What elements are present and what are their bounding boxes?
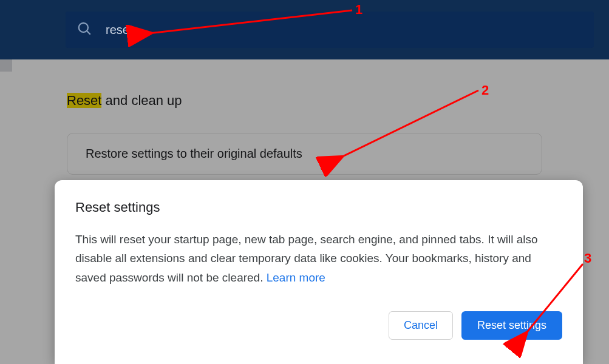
svg-line-1 bbox=[87, 31, 90, 34]
dialog-actions: Cancel Reset settings bbox=[75, 311, 562, 340]
search-icon bbox=[77, 21, 92, 39]
cancel-button[interactable]: Cancel bbox=[389, 311, 453, 340]
learn-more-link[interactable]: Learn more bbox=[267, 271, 325, 284]
dialog-title: Reset settings bbox=[75, 200, 562, 215]
search-input-wrapper[interactable] bbox=[66, 12, 594, 48]
svg-point-0 bbox=[79, 23, 88, 32]
dialog-body: This will reset your startup page, new t… bbox=[75, 230, 562, 287]
reset-settings-dialog: Reset settings This will reset your star… bbox=[55, 180, 583, 364]
settings-search-bar bbox=[0, 0, 609, 59]
reset-settings-button[interactable]: Reset settings bbox=[461, 311, 562, 340]
search-input[interactable] bbox=[106, 23, 349, 37]
